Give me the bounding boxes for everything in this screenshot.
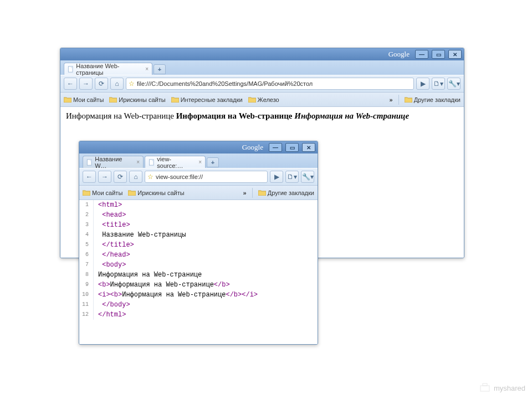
brand-label: Google [388, 50, 410, 59]
line-number: 7 [79, 260, 94, 270]
source-line: 9<b>Информация на Web-странице</b> [79, 280, 318, 290]
other-bookmarks-button[interactable]: Другие закладки [405, 96, 461, 103]
svg-rect-6 [480, 386, 489, 391]
nav-toolbar: ← → ⟳ ⌂ ☆ ▶ 🗋▾ 🔧▾ [79, 168, 318, 186]
new-tab-button[interactable]: + [154, 64, 166, 74]
minimize-button[interactable]: — [415, 50, 428, 59]
code-text: <head> [94, 210, 126, 220]
source-line: 3 <title> [79, 220, 318, 230]
home-button[interactable]: ⌂ [110, 78, 124, 90]
source-line: 7 <body> [79, 260, 318, 270]
watermark-text: myshared [494, 384, 525, 392]
source-code: 1<html>2 <head>3 <title>4 Название Web-с… [79, 200, 318, 320]
code-text: Информация на Web-странице [94, 270, 202, 280]
close-button[interactable]: ✕ [302, 143, 315, 152]
tab-close-icon[interactable]: × [198, 159, 202, 165]
close-button[interactable]: ✕ [448, 50, 462, 59]
home-button[interactable]: ⌂ [129, 171, 142, 183]
bookmarks-overflow-button[interactable]: » [390, 96, 393, 103]
bookmark-folder[interactable]: Ирискины сайты [109, 96, 165, 103]
code-text: </body> [94, 300, 130, 310]
reload-button[interactable]: ⟳ [95, 78, 108, 90]
bookmark-folder[interactable]: Мои сайты [83, 190, 122, 196]
bookmark-star-icon[interactable]: ☆ [147, 173, 154, 181]
folder-icon [405, 96, 412, 103]
tab-inactive[interactable]: Название W… × [83, 156, 144, 168]
folder-icon [258, 190, 266, 196]
line-number: 3 [79, 220, 94, 230]
svg-rect-7 [483, 383, 487, 386]
wrench-menu-button[interactable]: 🔧▾ [301, 171, 314, 183]
folder-icon [64, 96, 71, 103]
titlebar: Google — ▭ ✕ [60, 48, 464, 60]
body-text-bold: Информация на Web-странице [176, 111, 295, 120]
new-tab-button[interactable]: + [207, 157, 219, 167]
bookmarks-bar: Мои сайты Ирискины сайты » Другие заклад… [79, 186, 318, 200]
go-button[interactable]: ▶ [416, 78, 429, 90]
browser-window-source: Google — ▭ ✕ Название W… × view-source:…… [79, 141, 318, 345]
folder-icon [171, 96, 179, 103]
code-text: </html> [94, 310, 126, 320]
line-number: 10 [79, 290, 94, 300]
tab-close-icon[interactable]: × [145, 66, 149, 72]
code-text: <b>Информация на Web-странице</b> [94, 280, 230, 290]
line-number: 1 [79, 200, 94, 210]
line-number: 9 [79, 280, 94, 290]
code-text: </head> [94, 250, 130, 260]
back-button[interactable]: ← [83, 171, 96, 183]
source-line: 10<i><b>Информация на Web-странице</b></… [79, 290, 318, 300]
code-text: <html> [94, 200, 122, 210]
tab-active[interactable]: view-source:… × [145, 156, 206, 168]
line-number: 8 [79, 270, 94, 280]
source-line: 12</html> [79, 310, 318, 320]
body-text-bold-italic: Информация на Web-странице [294, 111, 409, 120]
watermark: myshared [479, 382, 525, 393]
tab-close-icon[interactable]: × [136, 159, 140, 165]
url-input[interactable] [156, 173, 265, 180]
page-icon [149, 159, 155, 166]
url-input[interactable] [137, 80, 411, 87]
maximize-button[interactable]: ▭ [432, 50, 445, 59]
tab-label: Название Web-страницы [76, 63, 142, 76]
folder-icon [128, 190, 136, 196]
bookmark-folder[interactable]: Ирискины сайты [128, 190, 184, 196]
source-line: 5 </title> [79, 240, 318, 250]
reload-button[interactable]: ⟳ [114, 171, 127, 183]
go-button[interactable]: ▶ [270, 171, 283, 183]
page-menu-button[interactable]: 🗋▾ [432, 78, 445, 90]
maximize-button[interactable]: ▭ [285, 143, 299, 152]
tab-label: Название W… [95, 156, 133, 169]
divider [398, 95, 399, 105]
tab-active[interactable]: Название Web-страницы × [64, 63, 152, 75]
bookmark-folder[interactable]: Интересные закладки [171, 96, 243, 103]
other-bookmarks-button[interactable]: Другие закладки [258, 190, 314, 196]
line-number: 12 [79, 310, 94, 320]
line-number: 6 [79, 250, 94, 260]
page-icon [68, 66, 74, 73]
source-line: 6 </head> [79, 250, 318, 260]
wrench-menu-button[interactable]: 🔧▾ [447, 78, 461, 90]
forward-button[interactable]: → [98, 171, 111, 183]
bookmark-folder[interactable]: Мои сайты [64, 96, 104, 103]
back-button[interactable]: ← [64, 78, 77, 90]
bookmarks-overflow-button[interactable]: » [243, 190, 247, 196]
line-number: 2 [79, 210, 94, 220]
source-content: 1<html>2 <head>3 <title>4 Название Web-с… [79, 200, 318, 344]
page-menu-button[interactable]: 🗋▾ [285, 171, 299, 183]
line-number: 4 [79, 230, 94, 240]
code-text: </title> [94, 240, 134, 250]
forward-button[interactable]: → [79, 78, 93, 90]
tab-strip: Название W… × view-source:… × + [79, 154, 318, 168]
source-line: 8Информация на Web-странице [79, 270, 318, 280]
brand-label: Google [242, 143, 263, 152]
address-bar[interactable]: ☆ [126, 78, 414, 90]
source-line: 1<html> [79, 200, 318, 210]
folder-icon [248, 96, 256, 103]
bookmarks-bar: Мои сайты Ирискины сайты Интересные закл… [60, 93, 464, 107]
minimize-button[interactable]: — [269, 143, 282, 152]
address-bar[interactable]: ☆ [145, 171, 268, 183]
bookmark-star-icon[interactable]: ☆ [129, 80, 135, 88]
code-text: <body> [94, 260, 126, 270]
bookmark-folder[interactable]: Железо [248, 96, 279, 103]
folder-icon [109, 96, 117, 103]
